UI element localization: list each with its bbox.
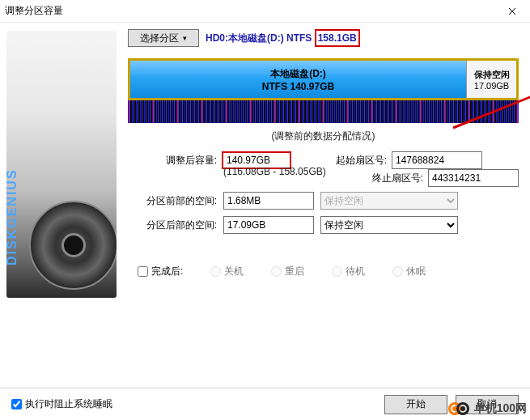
space-after-select[interactable]: 保持空闲 xyxy=(320,216,458,234)
disk-info-prefix: HD0:本地磁盘(D:) NTFS xyxy=(206,32,312,44)
used-partition-segment[interactable]: 本地磁盘(D:) NTFS 140.97GB xyxy=(130,61,466,98)
end-sector-label: 终止扇区号: xyxy=(358,172,423,185)
capacity-range: (116.08GB - 158.05GB) xyxy=(223,166,326,182)
space-after-input[interactable] xyxy=(223,216,314,234)
space-before-select: 保持空闲 xyxy=(320,192,458,210)
radio-hibernate xyxy=(392,266,403,277)
keep-free-value: 17.09GB xyxy=(474,81,509,91)
select-partition-button[interactable]: 选择分区 xyxy=(128,29,199,47)
start-button[interactable]: 开始 xyxy=(384,395,447,414)
keep-free-label: 保持空闲 xyxy=(474,69,510,81)
after-completion-label: 完成后: xyxy=(151,265,183,278)
radio-restart xyxy=(271,266,282,277)
after-completion-checkbox[interactable] xyxy=(138,266,148,277)
watermark: 单机100网 xyxy=(448,401,527,417)
start-sector-input[interactable] xyxy=(392,151,482,169)
after-capacity-label: 调整后容量: xyxy=(128,154,217,168)
disk-info: HD0:本地磁盘(D:) NTFS 158.1GB xyxy=(206,29,360,47)
space-before-input[interactable] xyxy=(223,192,314,210)
close-icon xyxy=(508,7,516,15)
sidebar xyxy=(0,23,123,420)
close-button[interactable] xyxy=(499,3,525,19)
prevent-sleep-label: 执行时阻止系统睡眠 xyxy=(25,397,112,411)
form-area: 调整后容量: 起始扇区号: (116.08GB - 158.05GB) 终止扇区… xyxy=(128,151,519,278)
watermark-text: 单机100网 xyxy=(474,401,527,416)
partition-fs-size: NTFS 140.97GB xyxy=(262,81,334,92)
partition-bar[interactable]: 本地磁盘(D:) NTFS 140.97GB 保持空闲 17.09GB xyxy=(128,58,519,100)
space-before-label: 分区前部的空间: xyxy=(128,194,217,208)
free-partition-segment[interactable]: 保持空闲 17.09GB xyxy=(466,61,516,98)
space-after-label: 分区后部的空间: xyxy=(128,218,217,232)
radio-standby xyxy=(332,266,342,277)
radio-shutdown xyxy=(210,266,221,277)
end-sector-input[interactable] xyxy=(428,169,519,187)
prevent-sleep-row[interactable]: 执行时阻止系统睡眠 xyxy=(11,397,112,411)
main-panel: 选择分区 HD0:本地磁盘(D:) NTFS 158.1GB 本地磁盘(D:) … xyxy=(123,23,530,420)
watermark-logo-icon xyxy=(448,401,471,417)
start-sector-label: 起始扇区号: xyxy=(322,154,387,168)
partition-name: 本地磁盘(D:) xyxy=(270,67,326,81)
titlebar: 调整分区容量 xyxy=(0,0,530,23)
disk-size-highlight: 158.1GB xyxy=(315,29,360,47)
disk-illustration xyxy=(6,31,117,298)
usage-strip xyxy=(128,100,519,123)
prevent-sleep-checkbox[interactable] xyxy=(11,399,22,409)
after-completion-row: 完成后: 关机 重启 待机 休眠 xyxy=(138,265,519,278)
window-title: 调整分区容量 xyxy=(5,4,499,18)
allocation-caption: (调整前的数据分配情况) xyxy=(128,129,519,143)
